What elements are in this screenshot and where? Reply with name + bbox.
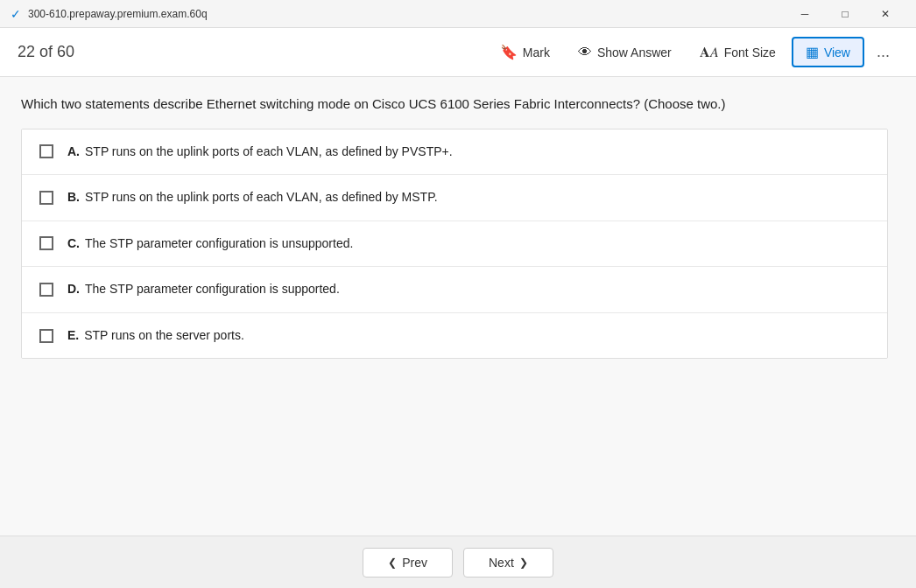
- option-label-0: A.STP runs on the uplink ports of each V…: [67, 144, 453, 161]
- close-button[interactable]: ✕: [865, 0, 905, 28]
- mark-button[interactable]: 🔖 Mark: [488, 38, 562, 66]
- main-content: Which two statements describe Ethernet s…: [0, 77, 916, 536]
- option-row[interactable]: E.STP runs on the server ports.: [22, 313, 887, 359]
- window-title: 300-610.prepaway.premium.exam.60q: [28, 8, 208, 20]
- checkmark-icon: ✓: [11, 7, 21, 21]
- show-answer-label: Show Answer: [597, 46, 672, 60]
- option-letter-4: E.: [67, 328, 79, 342]
- bookmark-icon: 🔖: [500, 44, 518, 60]
- font-icon: 𝐀𝐴: [700, 45, 719, 60]
- next-button[interactable]: Next ❯: [463, 548, 553, 578]
- question-text: Which two statements describe Ethernet s…: [21, 94, 895, 115]
- option-label-2: C.The STP parameter configuration is uns…: [67, 235, 353, 253]
- next-arrow-icon: ❯: [519, 556, 528, 569]
- eye-icon: 👁: [578, 45, 592, 60]
- question-counter: 22 of 60: [18, 43, 74, 61]
- maximize-button[interactable]: □: [825, 0, 865, 28]
- option-label-3: D.The STP parameter configuration is sup…: [67, 281, 340, 298]
- option-checkbox-4[interactable]: [39, 329, 53, 343]
- title-bar-left: ✓ 300-610.prepaway.premium.exam.60q: [11, 7, 208, 21]
- toolbar: 22 of 60 🔖 Mark 👁 Show Answer 𝐀𝐴 Font Si…: [0, 28, 916, 77]
- mark-label: Mark: [523, 46, 550, 60]
- view-icon: ▦: [806, 44, 819, 60]
- option-checkbox-0[interactable]: [39, 144, 53, 158]
- title-bar: ✓ 300-610.prepaway.premium.exam.60q ─ □ …: [0, 0, 916, 28]
- minimize-button[interactable]: ─: [785, 0, 825, 28]
- option-label-1: B.STP runs on the uplink ports of each V…: [67, 189, 438, 206]
- option-letter-0: A.: [67, 144, 80, 158]
- toolbar-actions: 🔖 Mark 👁 Show Answer 𝐀𝐴 Font Size ▦ View…: [488, 37, 898, 67]
- footer: ❮ Prev Next ❯: [0, 536, 916, 588]
- options-container: A.STP runs on the uplink ports of each V…: [21, 129, 888, 360]
- option-letter-1: B.: [67, 190, 80, 204]
- more-button[interactable]: ...: [868, 38, 898, 66]
- prev-label: Prev: [402, 556, 427, 570]
- option-label-4: E.STP runs on the server ports.: [67, 327, 244, 345]
- option-checkbox-1[interactable]: [39, 191, 53, 205]
- option-row[interactable]: A.STP runs on the uplink ports of each V…: [22, 130, 887, 176]
- font-size-label: Font Size: [724, 46, 776, 60]
- view-button[interactable]: ▦ View: [792, 37, 864, 67]
- option-checkbox-3[interactable]: [39, 283, 53, 297]
- show-answer-button[interactable]: 👁 Show Answer: [566, 39, 684, 66]
- font-size-button[interactable]: 𝐀𝐴 Font Size: [687, 39, 788, 66]
- prev-button[interactable]: ❮ Prev: [363, 548, 453, 578]
- window-controls: ─ □ ✕: [785, 0, 905, 28]
- next-label: Next: [489, 556, 514, 570]
- option-row[interactable]: B.STP runs on the uplink ports of each V…: [22, 175, 887, 221]
- prev-arrow-icon: ❮: [388, 556, 397, 569]
- view-label: View: [824, 46, 850, 60]
- option-letter-2: C.: [67, 236, 80, 250]
- option-checkbox-2[interactable]: [39, 236, 53, 250]
- option-row[interactable]: D.The STP parameter configuration is sup…: [22, 267, 887, 313]
- option-letter-3: D.: [67, 282, 80, 296]
- option-row[interactable]: C.The STP parameter configuration is uns…: [22, 221, 887, 268]
